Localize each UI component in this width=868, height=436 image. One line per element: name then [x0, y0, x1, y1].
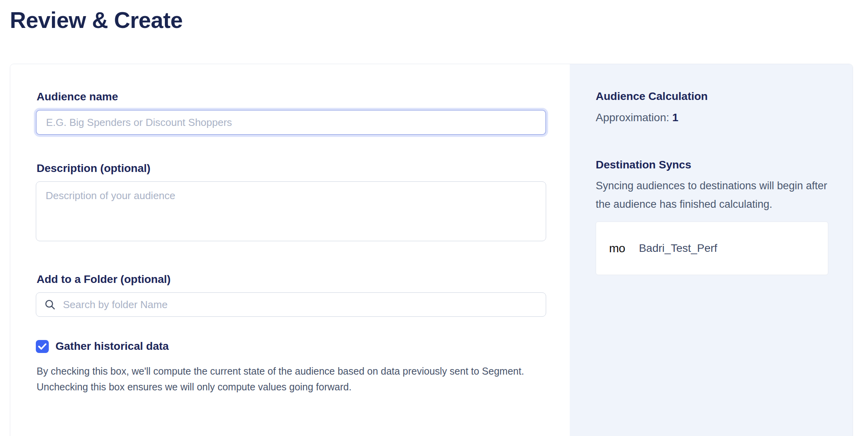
- destination-syncs-heading: Destination Syncs: [596, 159, 828, 171]
- audience-name-input[interactable]: [36, 110, 546, 135]
- destination-sync-name: Badri_Test_Perf: [639, 242, 717, 255]
- review-card: Audience name Description (optional) Add…: [10, 64, 853, 436]
- page-title: Review & Create: [10, 7, 868, 33]
- approximation-value: 1: [672, 111, 679, 124]
- gather-historical-checkbox[interactable]: [36, 340, 49, 353]
- description-input[interactable]: [36, 181, 546, 241]
- checkmark-icon: [38, 343, 46, 350]
- folder-search-input[interactable]: [62, 298, 538, 311]
- folder-label: Add to a Folder (optional): [37, 273, 570, 286]
- approximation-label: Approximation:: [596, 111, 669, 124]
- search-icon: [44, 299, 56, 310]
- form-section: Audience name Description (optional) Add…: [10, 64, 570, 436]
- gather-historical-row: Gather historical data: [36, 340, 570, 353]
- description-label: Description (optional): [37, 162, 570, 175]
- folder-search-field[interactable]: [36, 292, 546, 317]
- destination-syncs-description: Syncing audiences to destinations will b…: [596, 177, 828, 214]
- historical-help-text: By checking this box, we'll compute the …: [37, 363, 556, 395]
- audience-name-label: Audience name: [37, 90, 570, 103]
- destination-sync-item: mo Badri_Test_Perf: [596, 222, 828, 275]
- audience-calculation-heading: Audience Calculation: [596, 90, 828, 103]
- gather-historical-label: Gather historical data: [55, 340, 169, 353]
- summary-panel: Audience Calculation Approximation: 1 De…: [570, 64, 853, 436]
- review-create-page: Review & Create Audience name Descriptio…: [0, 0, 868, 436]
- moengage-logo: mo: [609, 242, 625, 255]
- approximation-row: Approximation: 1: [596, 111, 828, 124]
